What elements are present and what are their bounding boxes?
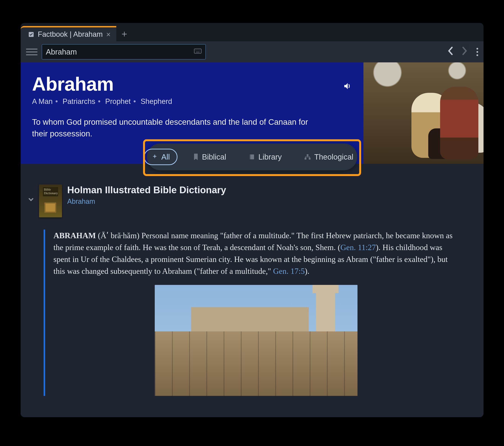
chevron-down-icon[interactable] — [28, 196, 34, 204]
svg-rect-10 — [305, 158, 306, 160]
keyboard-icon[interactable] — [194, 48, 202, 56]
book-cover-thumbnail[interactable]: Bible Dictionary — [39, 185, 62, 217]
tab-title: Factbook | Abraham — [38, 30, 103, 38]
audio-icon[interactable] — [343, 73, 352, 95]
svg-rect-1 — [194, 49, 201, 53]
book-icon — [249, 154, 255, 160]
tab-factbook[interactable]: Factbook | Abraham × — [21, 26, 116, 41]
nav-back-button[interactable] — [447, 46, 453, 57]
svg-rect-8 — [250, 154, 251, 159]
hierarchy-icon — [304, 154, 311, 160]
bible-ref-link[interactable]: Gen. 17:5 — [273, 267, 305, 276]
tab-strip: Factbook | Abraham × ＋ — [21, 23, 484, 41]
nav-forward-button[interactable] — [462, 46, 468, 57]
article-pron: (Āʹ bră·hăm) — [96, 231, 141, 240]
menu-icon[interactable] — [26, 46, 37, 57]
svg-rect-9 — [306, 154, 308, 156]
entry-header: Bible Dictionary Holman Illustrated Bibl… — [21, 181, 484, 223]
new-tab-button[interactable]: ＋ — [116, 26, 132, 41]
sparkle-icon — [151, 154, 158, 160]
search-input[interactable] — [46, 48, 191, 56]
hero-image[interactable] — [363, 62, 484, 164]
bookmark-icon — [193, 154, 198, 160]
content-area: Bible Dictionary Holman Illustrated Bibl… — [21, 164, 484, 417]
filter-theological[interactable]: Theological — [297, 149, 360, 165]
filter-label: Theological — [314, 153, 354, 161]
article-body: ABRAHAM (Āʹ bră·hăm) Personal name meani… — [44, 230, 467, 396]
hero-tag[interactable]: Patriarchs — [63, 97, 95, 105]
search-input-wrap[interactable] — [42, 44, 206, 59]
filter-library[interactable]: Library — [242, 149, 289, 165]
hero-tags: A Man• Patriarchs• Prophet• Shepherd — [32, 97, 352, 106]
entry-source-title[interactable]: Holman Illustrated Bible Dictionary — [67, 185, 226, 196]
toolbar — [21, 41, 484, 62]
filter-label: Biblical — [202, 153, 226, 161]
svg-rect-11 — [309, 158, 310, 160]
entry-headword-link[interactable]: Abraham — [67, 197, 226, 205]
hero-tag[interactable]: A Man — [32, 97, 53, 105]
article-text: ). — [305, 267, 309, 276]
hero-tag[interactable]: Shepherd — [141, 97, 172, 105]
filter-label: Library — [258, 153, 282, 161]
hero-tag[interactable]: Prophet — [105, 97, 131, 105]
hero-description: To whom God promised uncountable descend… — [32, 116, 313, 140]
filter-bar: All Biblical Library Theological — [147, 144, 357, 170]
close-icon[interactable]: × — [106, 31, 110, 38]
filter-biblical[interactable]: Biblical — [186, 149, 233, 165]
bible-ref-link[interactable]: Gen. 11:27 — [341, 243, 376, 252]
article-lead: ABRAHAM — [54, 231, 96, 240]
filter-label: All — [162, 153, 170, 161]
article-image[interactable] — [155, 285, 358, 396]
book-cover-label: Bible Dictionary — [44, 188, 62, 195]
nav-controls — [447, 46, 478, 57]
checklist-icon — [28, 31, 35, 38]
page-title: Abraham — [32, 73, 114, 95]
more-menu-button[interactable] — [476, 48, 478, 56]
filter-all[interactable]: All — [144, 149, 178, 165]
app-window: Factbook | Abraham × ＋ — [21, 23, 484, 417]
